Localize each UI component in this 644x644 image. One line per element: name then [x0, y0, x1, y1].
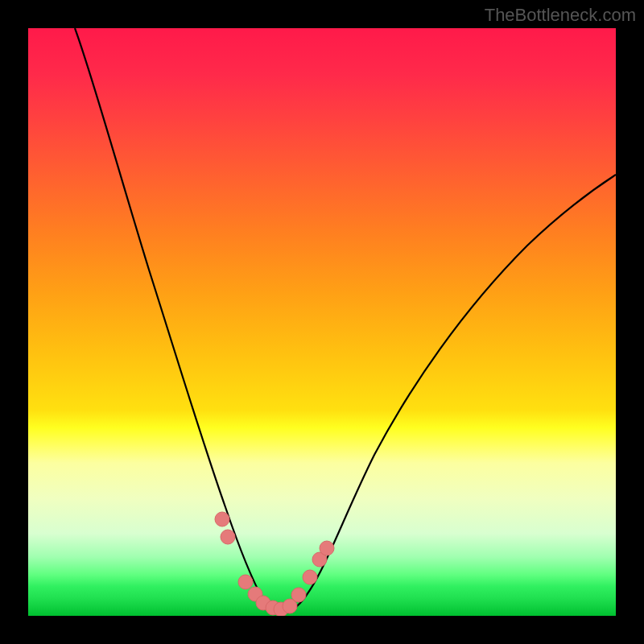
- bottleneck-curve: [75, 28, 616, 612]
- marker-dot: [238, 575, 253, 589]
- plot-area: [28, 28, 616, 616]
- chart-container: TheBottleneck.com: [0, 0, 644, 644]
- marker-dot: [215, 512, 229, 526]
- curve-svg: [28, 28, 616, 616]
- marker-dot: [221, 530, 235, 544]
- marker-dot: [291, 588, 306, 602]
- marker-dot: [320, 541, 334, 555]
- marker-dot: [303, 570, 317, 584]
- watermark-text: TheBottleneck.com: [485, 5, 636, 26]
